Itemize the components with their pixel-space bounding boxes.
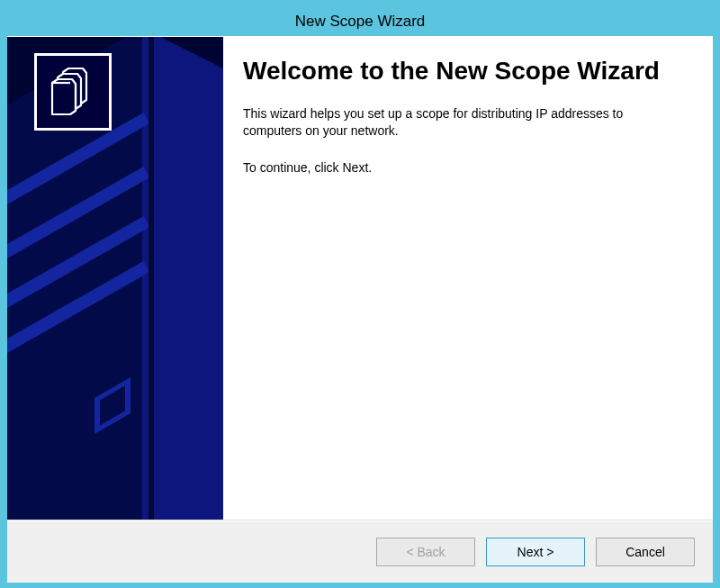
wizard-illustration bbox=[7, 37, 223, 520]
wizard-heading: Welcome to the New Scope Wizard bbox=[243, 57, 682, 86]
wizard-instruction: To continue, click Next. bbox=[243, 159, 682, 176]
back-button: < Back bbox=[376, 538, 475, 566]
window-title: New Scope Wizard bbox=[295, 13, 426, 30]
window-frame: New Scope Wizard bbox=[0, 0, 720, 588]
folders-icon bbox=[34, 53, 112, 131]
wizard-content: Welcome to the New Scope Wizard This wiz… bbox=[223, 37, 713, 520]
window-body: Welcome to the New Scope Wizard This wiz… bbox=[7, 36, 713, 581]
wizard-description: This wizard helps you set up a scope for… bbox=[243, 105, 682, 140]
wizard-main: Welcome to the New Scope Wizard This wiz… bbox=[7, 37, 713, 520]
next-button[interactable]: Next > bbox=[486, 538, 585, 566]
svg-marker-1 bbox=[142, 37, 223, 520]
cancel-button[interactable]: Cancel bbox=[596, 538, 695, 566]
title-bar[interactable]: New Scope Wizard bbox=[7, 7, 713, 36]
button-row: < Back Next > Cancel bbox=[7, 520, 713, 583]
